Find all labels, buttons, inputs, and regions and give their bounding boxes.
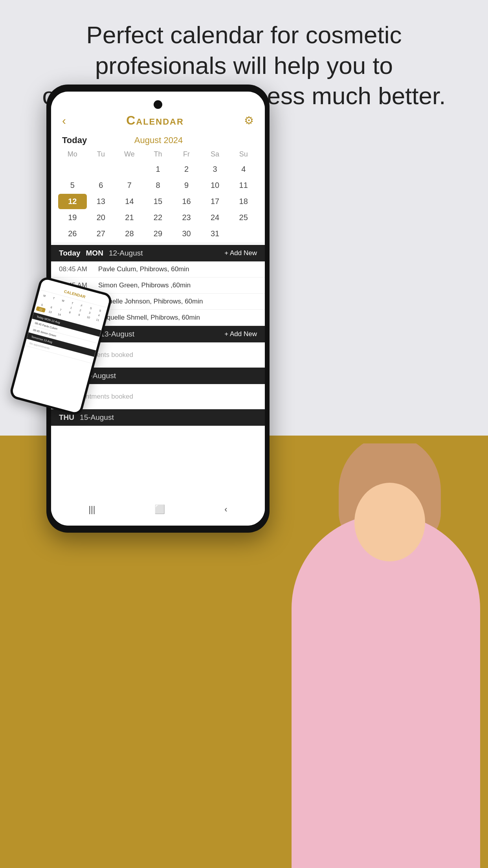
day-header-mo: Mo bbox=[58, 149, 87, 160]
cal-cell-30[interactable]: 30 bbox=[172, 226, 201, 241]
cal-cell-12-today[interactable]: 12 bbox=[58, 194, 87, 209]
add-new-button-1[interactable]: + Add New bbox=[224, 330, 257, 338]
day-header-we: We bbox=[115, 149, 144, 160]
cal-cell-27[interactable]: 27 bbox=[87, 226, 116, 241]
bottom-nav: ||| ⬜ ‹ bbox=[51, 500, 265, 519]
cal-week-2: 5 6 7 8 9 10 11 bbox=[58, 178, 258, 193]
camera-dot bbox=[154, 100, 162, 109]
cal-cell-8[interactable]: 8 bbox=[144, 178, 172, 193]
calendar-nav: Today August 2024 bbox=[51, 134, 265, 149]
cal-cell-31[interactable]: 31 bbox=[201, 226, 229, 241]
cal-cell-9[interactable]: 9 bbox=[172, 178, 201, 193]
cal-cell bbox=[58, 162, 87, 177]
day-header-fr: Fr bbox=[172, 149, 201, 160]
cal-week-3: 12 13 14 15 16 17 18 bbox=[58, 194, 258, 209]
cal-week-4: 19 20 21 22 23 24 25 bbox=[58, 210, 258, 225]
cal-cell bbox=[115, 162, 144, 177]
cal-cell bbox=[87, 162, 116, 177]
cal-cell-5[interactable]: 5 bbox=[58, 178, 87, 193]
person-body bbox=[292, 514, 480, 868]
appt-time-0: 08:45 AM bbox=[59, 265, 98, 273]
cal-cell-empty bbox=[229, 226, 258, 241]
cal-cell-26[interactable]: 26 bbox=[58, 226, 87, 241]
cal-cell-23[interactable]: 23 bbox=[172, 210, 201, 225]
cal-cell-15[interactable]: 15 bbox=[144, 194, 172, 209]
section-date-3: 15-August bbox=[80, 413, 257, 422]
section-header-today: Today MON 12-August + Add New bbox=[51, 245, 265, 261]
day-header-su: Su bbox=[229, 149, 258, 160]
appt-detail-2: Michelle Johnson, Phibrows, 60min bbox=[98, 298, 203, 305]
cal-week-1: 1 2 3 4 bbox=[58, 162, 258, 177]
divider bbox=[51, 243, 265, 243]
cal-cell-13[interactable]: 13 bbox=[87, 194, 116, 209]
section-today-label: Today bbox=[59, 249, 81, 257]
section-dow-0: MON bbox=[86, 249, 103, 257]
cal-cell-20[interactable]: 20 bbox=[87, 210, 116, 225]
app-header: ‹ Calendar ⚙ bbox=[51, 92, 265, 134]
home-icon[interactable]: ⬜ bbox=[154, 504, 165, 515]
cal-cell-21[interactable]: 21 bbox=[115, 210, 144, 225]
calendar-header-row: Mo Tu We Th Fr Sa Su bbox=[58, 149, 258, 160]
day-header-tu: Tu bbox=[87, 149, 116, 160]
section-header-thu: THU 15-August bbox=[51, 409, 265, 426]
calendar-grid: Mo Tu We Th Fr Sa Su 1 2 3 4 bbox=[51, 149, 265, 241]
cal-cell-4[interactable]: 4 bbox=[229, 162, 258, 177]
nav-back-icon[interactable]: ‹ bbox=[224, 504, 227, 515]
appt-detail-1: Simon Green, Phibrows ,60min bbox=[98, 281, 191, 289]
cal-cell-2[interactable]: 2 bbox=[172, 162, 201, 177]
appointment-row-0[interactable]: 08:45 AM Pavle Culum, Phibrows, 60min bbox=[51, 261, 265, 278]
cal-cell-22[interactable]: 22 bbox=[144, 210, 172, 225]
person-head bbox=[354, 483, 425, 561]
cal-cell-16[interactable]: 16 bbox=[172, 194, 201, 209]
app-title: Calendar bbox=[126, 113, 184, 128]
day-header-th: Th bbox=[144, 149, 172, 160]
cal-cell-6[interactable]: 6 bbox=[87, 178, 116, 193]
cal-cell-29[interactable]: 29 bbox=[144, 226, 172, 241]
cal-cell-11[interactable]: 11 bbox=[229, 178, 258, 193]
cal-cell-7[interactable]: 7 bbox=[115, 178, 144, 193]
cal-cell-18[interactable]: 18 bbox=[229, 194, 258, 209]
section-date-1: 13-August bbox=[100, 330, 219, 338]
appt-detail-3: Raquelle Shmell, Phibrows, 60min bbox=[98, 314, 200, 322]
cal-week-5: 26 27 28 29 30 31 bbox=[58, 226, 258, 241]
day-header-sa: Sa bbox=[201, 149, 229, 160]
cal-cell-10[interactable]: 10 bbox=[201, 178, 229, 193]
appt-detail-0: Pavle Culum, Phibrows, 60min bbox=[98, 265, 189, 273]
today-button[interactable]: Today bbox=[62, 135, 87, 145]
section-date-0: 12-August bbox=[109, 249, 219, 257]
cal-cell-3[interactable]: 3 bbox=[201, 162, 229, 177]
section-dow-3: THU bbox=[59, 413, 74, 422]
menu-icon[interactable]: ||| bbox=[88, 504, 95, 515]
cal-cell-17[interactable]: 17 bbox=[201, 194, 229, 209]
cal-cell-28[interactable]: 28 bbox=[115, 226, 144, 241]
settings-icon[interactable]: ⚙ bbox=[244, 114, 254, 127]
cal-cell-19[interactable]: 19 bbox=[58, 210, 87, 225]
add-new-button-0[interactable]: + Add New bbox=[224, 249, 257, 257]
cal-cell-24[interactable]: 24 bbox=[201, 210, 229, 225]
cal-cell-14[interactable]: 14 bbox=[115, 194, 144, 209]
section-date-2: 14-August bbox=[82, 371, 257, 380]
month-label: August 2024 bbox=[134, 135, 183, 145]
back-button[interactable]: ‹ bbox=[62, 114, 66, 127]
cal-cell-1[interactable]: 1 bbox=[144, 162, 172, 177]
cal-cell-25[interactable]: 25 bbox=[229, 210, 258, 225]
